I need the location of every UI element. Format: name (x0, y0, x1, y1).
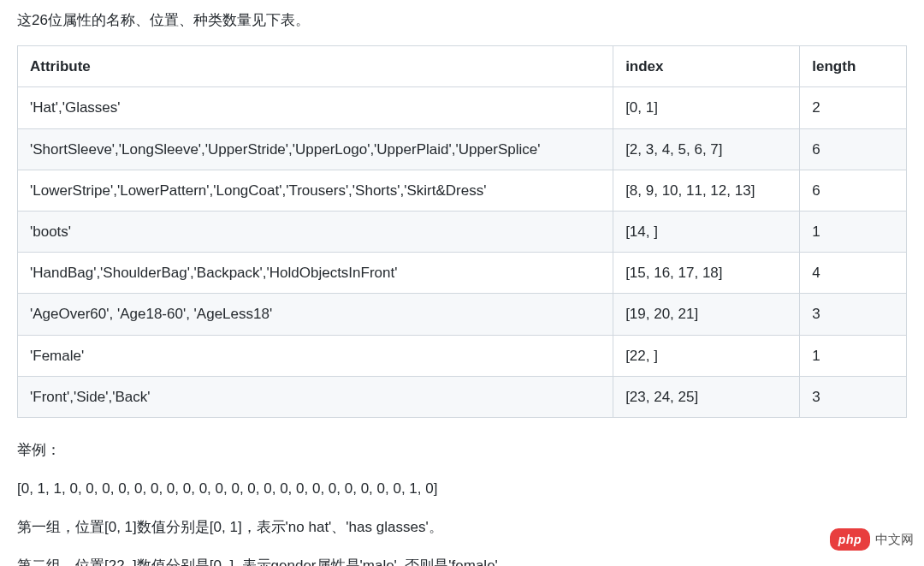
watermark-text: 中文网 (875, 529, 914, 550)
cell-length: 2 (800, 87, 907, 128)
attribute-table: Attribute index length 'Hat','Glasses' [… (17, 45, 907, 418)
cell-index: [0, 1] (613, 87, 800, 128)
cell-attribute: 'LowerStripe','LowerPattern','LongCoat',… (18, 170, 613, 211)
cell-attribute: 'boots' (18, 211, 613, 252)
table-header-row: Attribute index length (18, 46, 907, 87)
header-attribute: Attribute (18, 46, 613, 87)
cell-length: 4 (800, 253, 907, 294)
cell-length: 1 (800, 211, 907, 252)
header-length: length (800, 46, 907, 87)
cell-length: 3 (800, 294, 907, 335)
table-row: 'Front','Side','Back' [23, 24, 25] 3 (18, 376, 907, 417)
cell-index: [2, 3, 4, 5, 6, 7] (613, 128, 800, 170)
table-row: 'Hat','Glasses' [0, 1] 2 (18, 87, 907, 128)
header-index: index (613, 46, 800, 87)
cell-attribute: 'Hat','Glasses' (18, 87, 613, 128)
cell-length: 6 (800, 128, 907, 170)
table-row: 'ShortSleeve','LongSleeve','UpperStride'… (18, 128, 907, 170)
cell-attribute: 'HandBag','ShoulderBag','Backpack','Hold… (18, 253, 613, 294)
cell-index: [15, 16, 17, 18] (613, 253, 800, 294)
table-row: 'LowerStripe','LowerPattern','LongCoat',… (18, 170, 907, 211)
cell-index: [14, ] (613, 211, 800, 252)
example-group1: 第一组，位置[0, 1]数值分别是[0, 1]，表示'no hat'、'has … (17, 515, 907, 539)
watermark-badge: php (830, 528, 870, 551)
table-row: 'Female' [22, ] 1 (18, 335, 907, 376)
intro-text: 这26位属性的名称、位置、种类数量见下表。 (17, 9, 907, 32)
cell-index: [23, 24, 25] (613, 376, 800, 417)
example-label: 举例： (17, 438, 907, 462)
cell-length: 1 (800, 335, 907, 376)
cell-length: 6 (800, 170, 907, 211)
cell-index: [19, 20, 21] (613, 294, 800, 335)
cell-attribute: 'ShortSleeve','LongSleeve','UpperStride'… (18, 128, 613, 170)
cell-index: [22, ] (613, 335, 800, 376)
cell-attribute: 'Front','Side','Back' (18, 376, 613, 417)
table-row: 'boots' [14, ] 1 (18, 211, 907, 252)
watermark: php 中文网 (830, 528, 914, 551)
cell-attribute: 'Female' (18, 335, 613, 376)
example-group2: 第二组，位置[22, ]数值分别是[0, ], 表示gender属性是'male… (17, 554, 907, 566)
cell-index: [8, 9, 10, 11, 12, 13] (613, 170, 800, 211)
example-vector: [0, 1, 1, 0, 0, 0, 0, 0, 0, 0, 0, 0, 0, … (17, 477, 907, 500)
table-row: 'HandBag','ShoulderBag','Backpack','Hold… (18, 253, 907, 294)
table-row: 'AgeOver60', 'Age18-60', 'AgeLess18' [19… (18, 294, 907, 335)
cell-attribute: 'AgeOver60', 'Age18-60', 'AgeLess18' (18, 294, 613, 335)
cell-length: 3 (800, 376, 907, 417)
